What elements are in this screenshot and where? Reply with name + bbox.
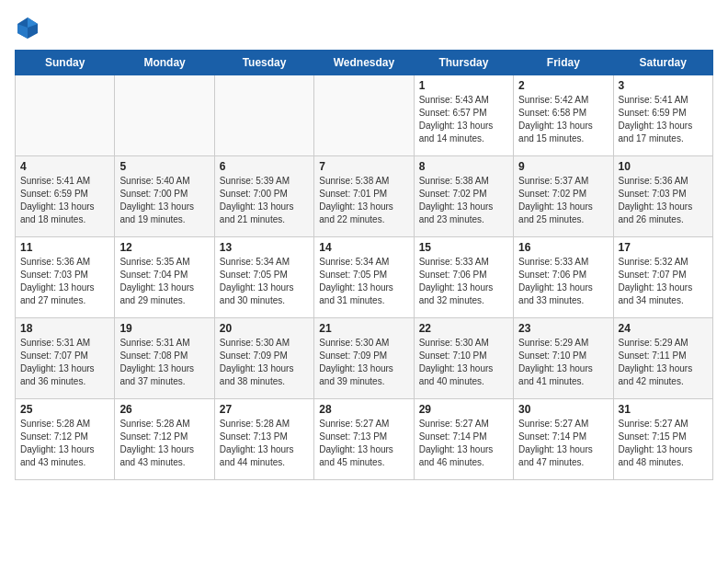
day-info: Sunrise: 5:31 AMSunset: 7:07 PMDaylight:…	[20, 337, 109, 388]
header-cell-tuesday: Tuesday	[214, 51, 313, 75]
day-info: Sunrise: 5:27 AMSunset: 7:14 PMDaylight:…	[419, 418, 508, 469]
day-info: Sunrise: 5:27 AMSunset: 7:14 PMDaylight:…	[518, 418, 608, 469]
day-number: 3	[619, 79, 708, 92]
day-cell: 19Sunrise: 5:31 AMSunset: 7:08 PMDayligh…	[115, 318, 214, 399]
day-info: Sunrise: 5:36 AMSunset: 7:03 PMDaylight:…	[619, 175, 708, 226]
header-cell-wednesday: Wednesday	[314, 51, 414, 75]
day-cell: 8Sunrise: 5:38 AMSunset: 7:02 PMDaylight…	[414, 156, 513, 237]
header-cell-monday: Monday	[115, 51, 214, 75]
day-cell: 12Sunrise: 5:35 AMSunset: 7:04 PMDayligh…	[115, 237, 214, 318]
day-info: Sunrise: 5:33 AMSunset: 7:06 PMDaylight:…	[419, 256, 508, 307]
day-info: Sunrise: 5:37 AMSunset: 7:02 PMDaylight:…	[518, 175, 608, 226]
day-info: Sunrise: 5:34 AMSunset: 7:05 PMDaylight:…	[220, 256, 309, 307]
day-info: Sunrise: 5:39 AMSunset: 7:00 PMDaylight:…	[220, 175, 309, 226]
header-row: SundayMondayTuesdayWednesdayThursdayFrid…	[16, 51, 713, 75]
day-number: 31	[619, 403, 708, 416]
week-row-5: 25Sunrise: 5:28 AMSunset: 7:12 PMDayligh…	[16, 399, 713, 480]
day-number: 19	[119, 322, 209, 335]
day-info: Sunrise: 5:30 AMSunset: 7:09 PMDaylight:…	[319, 337, 408, 388]
day-number: 16	[518, 241, 608, 254]
header-cell-sunday: Sunday	[16, 51, 115, 75]
day-cell: 9Sunrise: 5:37 AMSunset: 7:02 PMDaylight…	[514, 156, 613, 237]
day-cell: 17Sunrise: 5:32 AMSunset: 7:07 PMDayligh…	[613, 237, 712, 318]
day-cell: 21Sunrise: 5:30 AMSunset: 7:09 PMDayligh…	[314, 318, 414, 399]
day-info: Sunrise: 5:41 AMSunset: 6:59 PMDaylight:…	[20, 175, 109, 226]
day-number: 26	[119, 403, 209, 416]
day-info: Sunrise: 5:36 AMSunset: 7:03 PMDaylight:…	[20, 256, 109, 307]
calendar-table: SundayMondayTuesdayWednesdayThursdayFrid…	[15, 50, 713, 480]
day-number: 29	[419, 403, 508, 416]
day-cell	[115, 75, 214, 156]
day-info: Sunrise: 5:30 AMSunset: 7:09 PMDaylight:…	[220, 337, 309, 388]
header-cell-saturday: Saturday	[613, 51, 712, 75]
day-cell: 18Sunrise: 5:31 AMSunset: 7:07 PMDayligh…	[16, 318, 115, 399]
day-cell: 7Sunrise: 5:38 AMSunset: 7:01 PMDaylight…	[314, 156, 414, 237]
day-cell: 22Sunrise: 5:30 AMSunset: 7:10 PMDayligh…	[414, 318, 513, 399]
header	[15, 15, 713, 40]
day-info: Sunrise: 5:41 AMSunset: 6:59 PMDaylight:…	[619, 94, 708, 145]
day-number: 6	[220, 160, 309, 173]
day-cell: 11Sunrise: 5:36 AMSunset: 7:03 PMDayligh…	[16, 237, 115, 318]
day-info: Sunrise: 5:30 AMSunset: 7:10 PMDaylight:…	[419, 337, 508, 388]
day-cell: 16Sunrise: 5:33 AMSunset: 7:06 PMDayligh…	[514, 237, 613, 318]
day-number: 20	[220, 322, 309, 335]
day-cell: 26Sunrise: 5:28 AMSunset: 7:12 PMDayligh…	[115, 399, 214, 480]
day-info: Sunrise: 5:28 AMSunset: 7:12 PMDaylight:…	[20, 418, 109, 469]
day-cell: 2Sunrise: 5:42 AMSunset: 6:58 PMDaylight…	[514, 75, 613, 156]
day-number: 4	[20, 160, 109, 173]
day-number: 21	[319, 322, 408, 335]
day-cell: 4Sunrise: 5:41 AMSunset: 6:59 PMDaylight…	[16, 156, 115, 237]
day-number: 8	[419, 160, 508, 173]
day-number: 27	[220, 403, 309, 416]
day-number: 1	[419, 79, 508, 92]
day-cell: 10Sunrise: 5:36 AMSunset: 7:03 PMDayligh…	[613, 156, 712, 237]
week-row-1: 1Sunrise: 5:43 AMSunset: 6:57 PMDaylight…	[16, 75, 713, 156]
logo	[15, 15, 44, 40]
day-number: 10	[619, 160, 708, 173]
day-number: 2	[518, 79, 608, 92]
day-number: 23	[518, 322, 608, 335]
day-cell: 23Sunrise: 5:29 AMSunset: 7:10 PMDayligh…	[514, 318, 613, 399]
day-cell: 20Sunrise: 5:30 AMSunset: 7:09 PMDayligh…	[214, 318, 313, 399]
day-cell: 14Sunrise: 5:34 AMSunset: 7:05 PMDayligh…	[314, 237, 414, 318]
day-number: 30	[518, 403, 608, 416]
week-row-2: 4Sunrise: 5:41 AMSunset: 6:59 PMDaylight…	[16, 156, 713, 237]
day-number: 22	[419, 322, 508, 335]
day-number: 25	[20, 403, 109, 416]
day-info: Sunrise: 5:32 AMSunset: 7:07 PMDaylight:…	[619, 256, 708, 307]
day-cell: 31Sunrise: 5:27 AMSunset: 7:15 PMDayligh…	[613, 399, 712, 480]
day-info: Sunrise: 5:29 AMSunset: 7:10 PMDaylight:…	[518, 337, 608, 388]
day-number: 9	[518, 160, 608, 173]
day-info: Sunrise: 5:40 AMSunset: 7:00 PMDaylight:…	[119, 175, 209, 226]
day-cell: 25Sunrise: 5:28 AMSunset: 7:12 PMDayligh…	[16, 399, 115, 480]
day-info: Sunrise: 5:35 AMSunset: 7:04 PMDaylight:…	[119, 256, 209, 307]
day-number: 28	[319, 403, 408, 416]
day-cell: 5Sunrise: 5:40 AMSunset: 7:00 PMDaylight…	[115, 156, 214, 237]
day-info: Sunrise: 5:38 AMSunset: 7:02 PMDaylight:…	[419, 175, 508, 226]
day-cell: 1Sunrise: 5:43 AMSunset: 6:57 PMDaylight…	[414, 75, 513, 156]
day-number: 24	[619, 322, 708, 335]
day-cell: 13Sunrise: 5:34 AMSunset: 7:05 PMDayligh…	[214, 237, 313, 318]
day-cell	[314, 75, 414, 156]
day-info: Sunrise: 5:27 AMSunset: 7:15 PMDaylight:…	[619, 418, 708, 469]
day-cell	[16, 75, 115, 156]
day-number: 11	[20, 241, 109, 254]
day-cell: 3Sunrise: 5:41 AMSunset: 6:59 PMDaylight…	[613, 75, 712, 156]
day-cell: 27Sunrise: 5:28 AMSunset: 7:13 PMDayligh…	[214, 399, 313, 480]
day-number: 18	[20, 322, 109, 335]
day-info: Sunrise: 5:29 AMSunset: 7:11 PMDaylight:…	[619, 337, 708, 388]
day-info: Sunrise: 5:43 AMSunset: 6:57 PMDaylight:…	[419, 94, 508, 145]
day-number: 13	[220, 241, 309, 254]
day-cell: 30Sunrise: 5:27 AMSunset: 7:14 PMDayligh…	[514, 399, 613, 480]
day-cell: 6Sunrise: 5:39 AMSunset: 7:00 PMDaylight…	[214, 156, 313, 237]
week-row-3: 11Sunrise: 5:36 AMSunset: 7:03 PMDayligh…	[16, 237, 713, 318]
day-number: 7	[319, 160, 408, 173]
header-cell-friday: Friday	[514, 51, 613, 75]
day-info: Sunrise: 5:28 AMSunset: 7:13 PMDaylight:…	[220, 418, 309, 469]
day-number: 17	[619, 241, 708, 254]
day-info: Sunrise: 5:27 AMSunset: 7:13 PMDaylight:…	[319, 418, 408, 469]
logo-icon	[15, 15, 40, 40]
day-cell: 15Sunrise: 5:33 AMSunset: 7:06 PMDayligh…	[414, 237, 513, 318]
week-row-4: 18Sunrise: 5:31 AMSunset: 7:07 PMDayligh…	[16, 318, 713, 399]
day-info: Sunrise: 5:34 AMSunset: 7:05 PMDaylight:…	[319, 256, 408, 307]
